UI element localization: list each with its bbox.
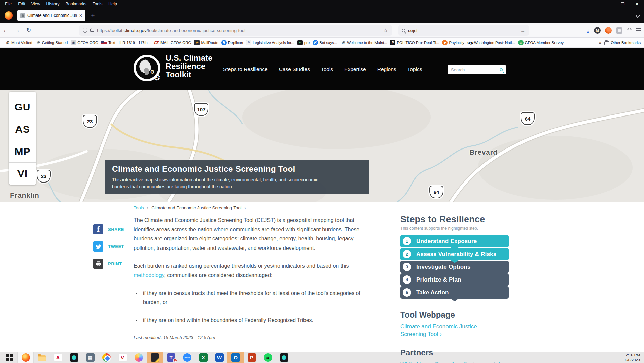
restore-button[interactable]: ❐	[616, 0, 630, 8]
back-button[interactable]: ←	[0, 27, 11, 34]
menu-view[interactable]: View	[28, 1, 43, 7]
taskbar-outlook[interactable]: O	[227, 352, 244, 363]
other-bookmarks[interactable]: Other Bookmarks	[604, 40, 641, 45]
partners-title: Partners	[400, 348, 509, 357]
nav-regions[interactable]: Regions	[377, 65, 396, 74]
bookmark-label: Most Visited	[11, 40, 32, 45]
menu-tools[interactable]: Tools	[90, 1, 105, 7]
territory-button-mp[interactable]: MP	[9, 140, 36, 163]
forward-button[interactable]: →	[11, 27, 23, 34]
menu-hamburger-icon[interactable]	[636, 30, 641, 31]
pen-icon: ✎	[246, 40, 251, 45]
tool-webpage-link[interactable]: Climate and Economic Justice Screening T…	[400, 323, 503, 338]
us-flag-icon	[101, 41, 107, 44]
taskbar-spotify[interactable]: ≈	[260, 352, 276, 363]
bookmark-paylocity[interactable]: Paylocity	[442, 40, 464, 45]
twitter-tweet-button[interactable]: TWEET	[93, 241, 124, 252]
search-bar[interactable]: cejst →	[398, 25, 529, 36]
taskbar-teams[interactable]: T1	[163, 352, 179, 363]
site-search-input[interactable]: Search	[448, 65, 506, 74]
bookmark-hr1319[interactable]: Text - H.R.1319 - 117th...	[101, 40, 151, 45]
partners-link[interactable]: White House Council on Environmental Qua…	[400, 361, 503, 363]
menu-help[interactable]: Help	[105, 1, 120, 7]
reload-button[interactable]: ↻	[23, 27, 34, 34]
lock-icon[interactable]	[90, 29, 94, 32]
nav-steps-to-resilience[interactable]: Steps to Resilience	[223, 65, 268, 74]
bookmark-gfoa-survey[interactable]: ⌂GFOA Member Survey...	[518, 40, 567, 45]
downloads-icon[interactable]: ↓	[587, 28, 590, 33]
taskbar-calculator[interactable]: ▦	[82, 352, 98, 363]
chevron-right-icon: ›	[244, 205, 246, 210]
bookmark-mailroute[interactable]: ★MailRoute	[194, 40, 218, 45]
bookmark-gfoa[interactable]: ◉GFOA.ORG	[71, 40, 98, 45]
bookmark-wapo[interactable]: wpWashington Post: Nati...	[467, 40, 515, 45]
bookmark-legislative[interactable]: ✎Legislative Analysis for...	[246, 40, 294, 45]
taskbar-acrobat[interactable]: A	[50, 352, 66, 363]
step-understand-exposure[interactable]: 1 Understand Exposure	[400, 235, 509, 248]
tracking-shield-icon[interactable]	[83, 28, 87, 33]
close-button[interactable]: ✕	[630, 0, 644, 8]
bookmark-label: Legislative Analysis for...	[253, 40, 294, 45]
taskbar-sticky-notes[interactable]	[147, 352, 163, 363]
taskbar-color-drop-app[interactable]	[131, 352, 147, 363]
search-go-icon[interactable]: →	[520, 28, 525, 33]
start-button[interactable]	[1, 352, 17, 363]
taskbar-firefox[interactable]	[17, 352, 34, 363]
tab-close-icon[interactable]: ×	[79, 13, 83, 18]
bookmark-label: GFOA.ORG	[77, 40, 98, 45]
bookmark-mail-gfoa[interactable]: EZMAIL.GFOA.ORG	[154, 40, 191, 45]
minimize-button[interactable]: –	[602, 0, 616, 8]
bookmark-pre[interactable]: ●pre	[297, 40, 310, 45]
taskbar-chrome[interactable]	[98, 352, 114, 363]
taskbar-word[interactable]: W	[211, 352, 227, 363]
bookmark-getting-started[interactable]: ⊕Getting Started	[35, 40, 68, 45]
nav-topics[interactable]: Topics	[407, 65, 422, 74]
taskbar-clock[interactable]: 2:16 PM 6/6/2023	[625, 353, 644, 363]
browser-tab[interactable]: Climate and Economic Justice S ×	[17, 10, 85, 21]
methodology-link[interactable]: methodology	[134, 272, 164, 278]
bookmark-label: pre	[304, 40, 310, 45]
orange-extension-icon[interactable]	[605, 27, 612, 34]
green-circle-icon: ⌂	[518, 40, 524, 45]
bookmark-most-visited[interactable]: ⚙Most Visited	[5, 40, 32, 45]
menu-file[interactable]: File	[2, 1, 15, 7]
taskbar-webex[interactable]	[66, 352, 82, 363]
url-bar[interactable]: https://toolkit.climate.gov/tool/climate…	[79, 25, 392, 36]
taskbar-powerpoint[interactable]: P	[244, 352, 260, 363]
nav-case-studies[interactable]: Case Studies	[279, 65, 310, 74]
bookmark-label: Bot says...	[319, 40, 337, 45]
bookmarks-overflow-chevron[interactable]: »	[599, 40, 601, 45]
menu-bookmarks[interactable]: Bookmarks	[62, 1, 90, 7]
new-tab-button[interactable]: +	[91, 12, 95, 20]
search-icon[interactable]	[500, 68, 503, 71]
territory-button-partial[interactable]	[9, 92, 36, 96]
bookmark-replicon[interactable]: RReplicon	[221, 40, 243, 45]
m-extension-icon[interactable]: M	[594, 27, 601, 34]
menu-edit[interactable]: Edit	[15, 1, 28, 7]
bookmark-bot-says[interactable]: RBot says...	[313, 40, 337, 45]
facebook-share-button[interactable]: f SHARE	[93, 224, 124, 234]
bookmark-politico[interactable]: PPOLITICO Pro: Real-Ti...	[390, 40, 439, 45]
site-title[interactable]: U.S. Climate Resilience Toolkit	[166, 54, 213, 79]
territory-button-gu[interactable]: GU	[9, 96, 36, 118]
breadcrumb-tools-link[interactable]: Tools	[134, 205, 144, 210]
territory-button-as[interactable]: AS	[9, 118, 36, 140]
taskbar-excel[interactable]: X	[195, 352, 211, 363]
grey-extension-icon[interactable]	[616, 27, 622, 34]
toolbar-icons: ↓ M	[587, 25, 642, 36]
taskbar-webex-2[interactable]	[276, 352, 292, 363]
menu-history[interactable]: History	[43, 1, 63, 7]
crt-logo-icon[interactable]: ⚙ ⚙	[134, 55, 160, 81]
taskbar-file-explorer[interactable]	[34, 352, 50, 363]
bookmark-star-icon[interactable]: ☆	[384, 27, 388, 33]
nav-expertise[interactable]: Expertise	[344, 65, 366, 74]
search-input[interactable]: cejst	[408, 28, 520, 33]
nav-tools[interactable]: Tools	[321, 65, 333, 74]
taskbar-v-app[interactable]: V	[114, 352, 131, 363]
bookmark-welcome-maint[interactable]: ⊕Welcome to the Maint...	[340, 40, 387, 45]
taskbar-zoom[interactable]: zoom	[179, 352, 195, 363]
print-button[interactable]: PRINT	[93, 259, 124, 269]
territory-button-vi[interactable]: VI	[9, 163, 36, 185]
list-all-tabs-icon[interactable]	[636, 13, 640, 18]
extensions-puzzle-icon[interactable]	[627, 29, 632, 33]
